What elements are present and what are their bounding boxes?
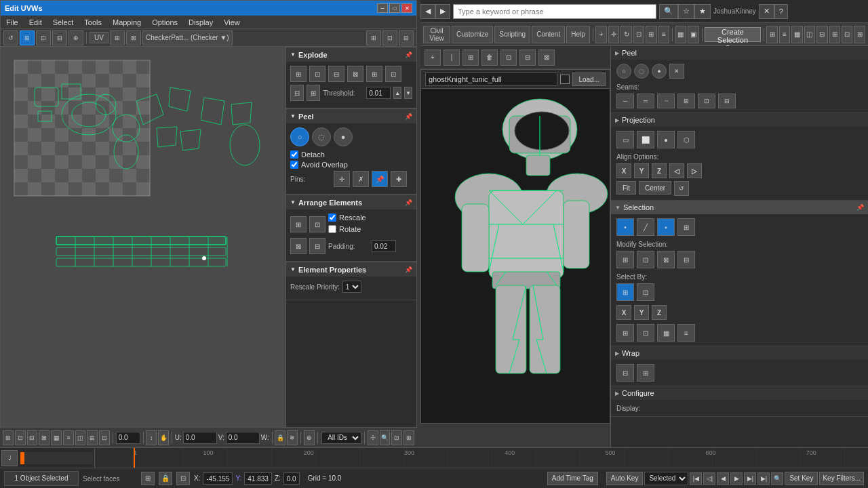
rescale-checkbox[interactable] — [328, 214, 336, 222]
align-y-btn[interactable]: Y — [634, 163, 649, 178]
avoid-overlap-checkbox[interactable] — [290, 161, 298, 169]
bottom-icon8[interactable]: ⊞ — [87, 430, 98, 445]
explode-btn6[interactable]: ⊡ — [385, 66, 401, 82]
seam-btn2[interactable]: ═ — [637, 94, 654, 108]
toolbar-extra7[interactable]: ⊡ — [842, 26, 852, 43]
seam-btn1[interactable]: ─ — [616, 94, 634, 108]
proj-cylinder-btn[interactable]: ⬜ — [637, 131, 654, 148]
bottom-icon2[interactable]: ⊡ — [15, 430, 26, 445]
toolbar-help[interactable]: Help — [566, 26, 590, 43]
uv-checker-dropdown[interactable]: CheckerPatt... (Checker ▼) — [142, 30, 233, 45]
uv-checker-expand[interactable]: ⊞ — [110, 30, 125, 45]
uv-toolbar-icon3[interactable]: ⊡ — [36, 30, 51, 45]
toolbar-customize[interactable]: Customize — [452, 26, 493, 43]
mod-sel-btn4[interactable]: ⊟ — [677, 251, 695, 268]
uv-menu-view[interactable]: View — [218, 16, 245, 29]
bottom-move-btn[interactable]: ↕ — [146, 430, 157, 445]
arrange-header[interactable]: ▼ Arrange Elements 📌 — [286, 195, 416, 209]
object-color-swatch[interactable] — [560, 75, 570, 84]
load-btn[interactable]: Load... — [572, 73, 606, 86]
pin-btn3[interactable]: 📌 — [372, 171, 388, 187]
uv-menu-file[interactable]: File — [1, 16, 24, 29]
track-view-btn[interactable]: ♩ — [1, 450, 18, 466]
bottom-snap-btn[interactable]: ⊕ — [304, 430, 315, 445]
explode-pin-icon[interactable]: 📌 — [405, 52, 412, 58]
align-extra1[interactable]: ◁ — [669, 163, 684, 178]
rp-peel-btn2[interactable]: ◌ — [634, 64, 649, 79]
key-filters-btn[interactable]: Key Filters... — [819, 472, 864, 485]
set-key-btn[interactable]: Set Key — [785, 472, 818, 485]
time-search-btn[interactable]: 🔍 — [771, 472, 783, 485]
rp-selection-header[interactable]: ▼ Selection 📌 — [611, 201, 868, 214]
proj-sphere-btn[interactable]: ● — [657, 131, 675, 148]
cmd-icon6[interactable]: ⊟ — [519, 49, 536, 66]
time-btn-start[interactable]: |◀ — [690, 472, 702, 485]
mod-sel-btn1[interactable]: ⊞ — [616, 251, 634, 268]
center-btn[interactable]: Center — [639, 181, 671, 195]
align-x-btn[interactable]: X — [616, 163, 631, 178]
threshold-down-btn[interactable]: ▼ — [404, 87, 412, 99]
threshold-up-btn[interactable]: ▲ — [393, 87, 401, 99]
explode-btn5[interactable]: ⊞ — [366, 66, 382, 82]
peel-header[interactable]: ▼ Peel 📌 — [286, 108, 416, 123]
arrange-btn1[interactable]: ⊞ — [290, 216, 307, 232]
sel-y-btn[interactable]: Y — [634, 305, 649, 320]
cmd-icon2[interactable]: | — [443, 49, 460, 66]
uv-menu-options[interactable]: Options — [146, 16, 183, 29]
fit-btn[interactable]: Fit — [616, 181, 636, 195]
sel-extra4[interactable]: ≡ — [677, 324, 695, 342]
time-btn-end[interactable]: ▶| — [757, 472, 770, 485]
minimize-btn[interactable]: ─ — [377, 3, 388, 13]
sel-icon-face[interactable]: ▪ — [657, 218, 675, 236]
mod-sel-btn3[interactable]: ⊠ — [657, 251, 675, 268]
browser-close-btn[interactable]: ✕ — [759, 4, 774, 19]
cmd-icon7[interactable]: ⊠ — [538, 49, 555, 66]
bottom-hand-btn[interactable]: ✋ — [158, 430, 169, 445]
toolbar-extra4[interactable]: ◫ — [804, 26, 815, 43]
status-icon1[interactable]: ⊞ — [141, 472, 155, 485]
proj-flat-btn[interactable]: ▭ — [616, 131, 634, 148]
rp-peel-btn4[interactable]: ✕ — [669, 64, 684, 79]
bottom-fit-btn[interactable]: ⊞ — [403, 430, 414, 445]
cmd-icon4[interactable]: 🗑 — [481, 49, 498, 66]
uv-menu-mapping[interactable]: Mapping — [107, 16, 146, 29]
detach-checkbox[interactable] — [290, 150, 298, 159]
wrap-shape2[interactable]: ⊞ — [637, 364, 654, 382]
toolbar-render-btn[interactable]: ▣ — [688, 26, 698, 43]
toolbar-scale-btn[interactable]: ⊡ — [633, 26, 644, 43]
bottom-icon1[interactable]: ⊞ — [3, 430, 14, 445]
wrap-shape1[interactable]: ⊟ — [616, 364, 634, 382]
time-btn-prev[interactable]: ◀ — [717, 472, 729, 485]
rp-peel-btn1[interactable]: ○ — [616, 64, 631, 79]
toolbar-content[interactable]: Content — [532, 26, 565, 43]
reset-btn[interactable]: ↺ — [674, 181, 689, 196]
toolbar-rotate-btn[interactable]: ↻ — [620, 26, 631, 43]
bottom-icon7[interactable]: ◫ — [75, 430, 86, 445]
bottom-icon6[interactable]: ≡ — [63, 430, 74, 445]
seam-btn4[interactable]: ⊞ — [677, 94, 695, 108]
peel-icon3[interactable]: ● — [334, 127, 353, 146]
browser-help-btn[interactable]: ? — [774, 4, 788, 19]
arrange-btn2[interactable]: ⊡ — [309, 216, 326, 232]
element-props-header[interactable]: ▼ Element Properties 📌 — [286, 262, 416, 277]
sel-z-btn[interactable]: Z — [652, 305, 667, 320]
browser-bookmark-btn[interactable]: ★ — [694, 4, 711, 19]
toolbar-layer-btn[interactable]: ▦ — [675, 26, 686, 43]
toolbar-extra5[interactable]: ⊟ — [816, 26, 827, 43]
toolbar-scripting[interactable]: Scripting — [494, 26, 530, 43]
sel-icon-edge[interactable]: ╱ — [637, 218, 654, 236]
bottom-icon4[interactable]: ⊠ — [39, 430, 50, 445]
sel-extra1[interactable]: ⊞ — [616, 324, 634, 342]
uv-toolbar-icon7[interactable]: ⊡ — [382, 30, 397, 45]
toolbar-extra6[interactable]: ⊞ — [829, 26, 840, 43]
element-props-pin-icon[interactable]: 📌 — [405, 266, 412, 273]
xy-value-input[interactable] — [116, 432, 140, 444]
toolbar-extra1[interactable]: ⊞ — [766, 26, 777, 43]
auto-key-btn[interactable]: Auto Key — [606, 472, 644, 485]
cmd-icon5[interactable]: ⊡ — [500, 49, 517, 66]
uv-menu-display[interactable]: Display — [183, 16, 218, 29]
bottom-lock-btn[interactable]: 🔒 — [275, 430, 285, 445]
toolbar-select-btn[interactable]: + — [595, 26, 606, 43]
browser-forward-btn[interactable]: ▶ — [435, 4, 450, 19]
timeline-track[interactable]: 1 100 200 300 400 500 600 700 — [95, 448, 868, 468]
